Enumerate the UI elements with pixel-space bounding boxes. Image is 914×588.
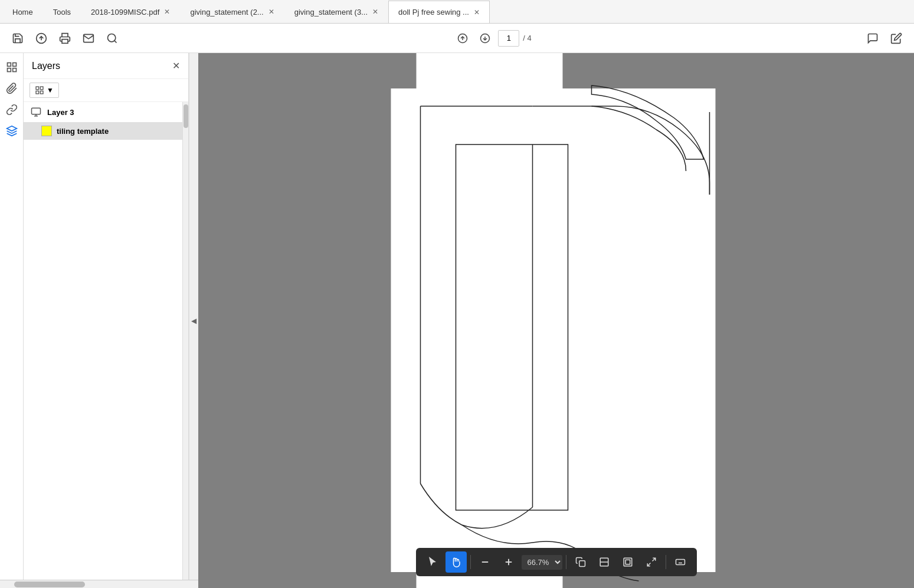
toolbar-divider-2 (566, 555, 566, 569)
zoom-out-button[interactable] (474, 551, 496, 573)
toolbar-divider-1 (470, 555, 471, 569)
layer3-item[interactable]: Layer 3 (24, 102, 188, 122)
svg-rect-28 (625, 560, 630, 564)
page-total: / 4 (523, 34, 531, 42)
tab-giving3[interactable]: giving_statement (3... ✕ (284, 1, 388, 23)
layers-content: Layer 3 tiling template (24, 102, 188, 588)
sidebar-attachments-button[interactable] (2, 79, 21, 98)
tab-doll[interactable]: doll Pj free sewing ... ✕ (388, 1, 490, 23)
pdf-content (198, 53, 914, 588)
pdf-viewer[interactable]: 66.7% 50% 75% 100% 125% 150% (198, 53, 914, 588)
layer3-name: Layer 3 (47, 108, 182, 117)
svg-rect-9 (7, 63, 11, 67)
zoom-level-select[interactable]: 66.7% 50% 75% 100% 125% 150% (522, 555, 562, 570)
sidebar-pages-button[interactable] (2, 58, 21, 77)
tab-tools[interactable]: Tools (43, 1, 81, 23)
tab-close-giving3[interactable]: ✕ (372, 8, 378, 16)
layers-scrollbar[interactable] (182, 102, 188, 588)
layers-header: Layers ✕ (24, 53, 188, 79)
cursor-tool-button[interactable] (422, 551, 443, 573)
tiling-template-swatch (41, 126, 52, 136)
tiling-template-item[interactable]: tiling template (24, 122, 188, 140)
fullscreen-button[interactable] (641, 551, 662, 573)
keyboard-button[interactable] (670, 551, 691, 573)
layer3-icon (30, 106, 42, 119)
hand-tool-button[interactable] (445, 551, 467, 573)
svg-line-30 (647, 563, 650, 566)
layers-dropdown-icon: ▼ (47, 86, 54, 94)
fit-width-button[interactable] (594, 551, 615, 573)
collapse-icon: ◀ (191, 317, 196, 325)
layers-view-button[interactable]: ▼ (30, 83, 59, 98)
tab-1099[interactable]: 2018-1099MISC.pdf ✕ (81, 1, 180, 23)
sidebar-icons (0, 53, 24, 588)
svg-rect-15 (40, 87, 43, 90)
tab-close-giving2[interactable]: ✕ (268, 8, 274, 16)
fit-page-button[interactable] (617, 551, 638, 573)
zoom-in-button[interactable] (498, 551, 519, 573)
svg-rect-17 (40, 91, 43, 94)
svg-point-3 (108, 34, 116, 41)
sidebar-layers-button[interactable] (2, 121, 21, 140)
page-navigation: / 4 (453, 29, 531, 48)
tab-home[interactable]: Home (2, 1, 43, 23)
svg-rect-10 (12, 63, 16, 67)
pdf-page-main (391, 88, 716, 572)
tab-close-1099[interactable]: ✕ (164, 8, 170, 16)
main-toolbar: / 4 (0, 24, 914, 53)
layers-title: Layers (32, 61, 60, 71)
save-button[interactable] (7, 28, 28, 49)
page-number-input[interactable] (498, 30, 519, 47)
svg-marker-13 (6, 126, 17, 131)
svg-line-4 (114, 40, 117, 42)
svg-rect-24 (579, 561, 585, 567)
svg-rect-31 (676, 560, 684, 565)
page-up-button[interactable] (453, 29, 472, 48)
tab-close-doll[interactable]: ✕ (474, 8, 480, 17)
svg-rect-14 (36, 87, 39, 90)
layers-panel: Layers ✕ ▼ Layer 3 tiling (24, 53, 189, 588)
svg-rect-27 (624, 558, 632, 566)
toolbar-divider-3 (666, 555, 666, 569)
sidebar-links-button[interactable] (2, 100, 21, 119)
svg-rect-11 (7, 68, 11, 72)
layers-close-button[interactable]: ✕ (172, 60, 180, 71)
svg-rect-2 (62, 39, 68, 43)
layers-toolbar: ▼ (24, 79, 188, 102)
layers-scrollbar-thumb (184, 104, 188, 128)
draw-button[interactable] (886, 28, 907, 49)
svg-rect-18 (32, 108, 41, 114)
collapse-handle[interactable]: ◀ (189, 53, 198, 588)
tab-giving2[interactable]: giving_statement (2... ✕ (180, 1, 284, 23)
copy-button[interactable] (570, 551, 591, 573)
search-button[interactable] (101, 28, 123, 49)
tiling-template-name: tiling template (57, 127, 182, 136)
layer-group: Layer 3 tiling template (24, 102, 188, 140)
tab-bar: Home Tools 2018-1099MISC.pdf ✕ giving_st… (0, 0, 914, 24)
svg-line-29 (652, 558, 655, 561)
bottom-toolbar: 66.7% 50% 75% 100% 125% 150% (416, 548, 697, 576)
comment-button[interactable] (862, 28, 883, 49)
upload-button[interactable] (31, 28, 52, 49)
main-layout: Layers ✕ ▼ Layer 3 tiling (0, 53, 914, 588)
svg-rect-16 (36, 91, 39, 94)
page-down-button[interactable] (476, 29, 494, 48)
print-button[interactable] (54, 28, 76, 49)
layers-scrollbar-h-thumb (14, 582, 85, 587)
svg-rect-12 (12, 68, 16, 72)
email-button[interactable] (78, 28, 99, 49)
